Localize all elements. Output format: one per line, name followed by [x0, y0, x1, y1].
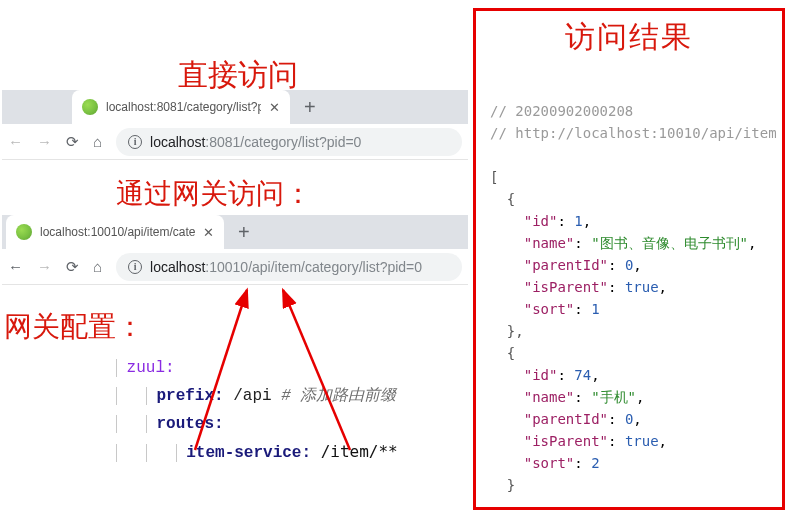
spring-favicon: [82, 99, 98, 115]
home-icon[interactable]: ⌂: [93, 258, 102, 275]
result-json: // 20200902000208 // http://localhost:10…: [476, 74, 782, 496]
url-field[interactable]: i localhost:8081/category/list?pid=0: [116, 128, 462, 156]
close-icon[interactable]: ✕: [269, 100, 280, 115]
site-info-icon[interactable]: i: [128, 260, 142, 274]
home-icon[interactable]: ⌂: [93, 133, 102, 150]
result-panel: 访问结果 // 20200902000208 // http://localho…: [473, 8, 785, 510]
tab-title: localhost:8081/category/list?p: [106, 100, 261, 114]
reload-icon[interactable]: ⟳: [66, 258, 79, 276]
browser-tab[interactable]: localhost:8081/category/list?p ✕: [72, 90, 290, 124]
result-title: 访问结果: [476, 17, 782, 58]
reload-icon[interactable]: ⟳: [66, 133, 79, 151]
address-bar: ← → ⟳ ⌂ i localhost:10010/api/item/categ…: [2, 249, 468, 285]
new-tab-button[interactable]: +: [304, 97, 316, 117]
close-icon[interactable]: ✕: [203, 225, 214, 240]
browser-direct: localhost:8081/category/list?p ✕ + ← → ⟳…: [2, 90, 468, 160]
spring-favicon: [16, 224, 32, 240]
nav-forward-icon[interactable]: →: [37, 133, 52, 150]
yaml-key-zuul: zuul: [127, 359, 165, 377]
yaml-key-routes: routes: [156, 415, 214, 433]
tab-strip: localhost:8081/category/list?p ✕ +: [2, 90, 468, 124]
browser-tab[interactable]: localhost:10010/api/item/cate ✕: [6, 215, 224, 249]
yaml-config: zuul: prefix: /api # 添加路由前缀 routes: item…: [116, 354, 398, 467]
url-host: localhost: [150, 134, 205, 150]
yaml-comment: # 添加路由前缀: [281, 387, 396, 405]
address-bar: ← → ⟳ ⌂ i localhost:8081/category/list?p…: [2, 124, 468, 160]
tab-title: localhost:10010/api/item/cate: [40, 225, 195, 239]
yaml-val-item-service: /item/**: [321, 442, 398, 461]
site-info-icon[interactable]: i: [128, 135, 142, 149]
yaml-val-prefix: /api: [233, 387, 271, 405]
annotation-gateway-config: 网关配置：: [4, 308, 144, 346]
url-path: :10010/api/item/category/list?pid=0: [205, 259, 422, 275]
url-field[interactable]: i localhost:10010/api/item/category/list…: [116, 253, 462, 281]
tab-strip: localhost:10010/api/item/cate ✕ +: [2, 215, 468, 249]
new-tab-button[interactable]: +: [238, 222, 250, 242]
browser-gateway: localhost:10010/api/item/cate ✕ + ← → ⟳ …: [2, 215, 468, 285]
url-path: :8081/category/list?pid=0: [205, 134, 361, 150]
annotation-gateway-access: 通过网关访问：: [116, 175, 312, 213]
nav-forward-icon[interactable]: →: [37, 258, 52, 275]
url-host: localhost: [150, 259, 205, 275]
yaml-key-prefix: prefix: [156, 387, 214, 405]
nav-back-icon[interactable]: ←: [8, 258, 23, 275]
nav-back-icon[interactable]: ←: [8, 133, 23, 150]
yaml-key-item-service: item-service: [186, 444, 301, 462]
